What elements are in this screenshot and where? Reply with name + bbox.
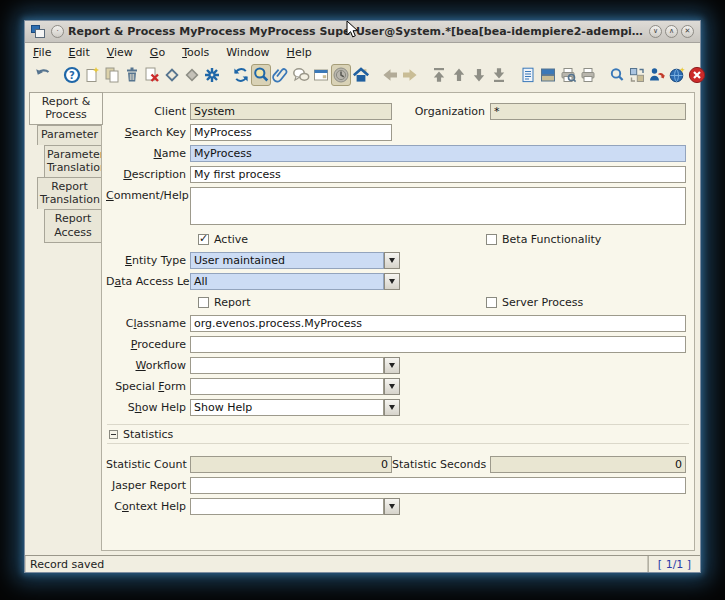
server-process-checkbox-group: Server Process xyxy=(486,296,583,309)
detail-view-icon[interactable] xyxy=(538,64,558,86)
show-help-label: Show Help xyxy=(106,401,186,414)
record-indicator[interactable]: [ 1/1 ] xyxy=(648,556,700,572)
show-help-dropdown-button[interactable] xyxy=(384,399,400,416)
close-button[interactable]: ✕ xyxy=(681,25,694,38)
tab-report-translation[interactable]: Report Translation xyxy=(37,177,102,209)
find-icon[interactable] xyxy=(251,64,271,86)
end-window-icon[interactable] xyxy=(687,64,707,86)
product-info-icon[interactable] xyxy=(647,64,667,86)
history-icon[interactable] xyxy=(331,64,351,86)
menu-window[interactable]: Window xyxy=(226,46,269,59)
statistics-separator-bottom xyxy=(107,443,689,444)
menu-file[interactable]: File xyxy=(33,46,51,59)
tab-parameter-translation[interactable]: Parameter Translation xyxy=(44,145,102,177)
entity-type-select[interactable]: User maintained xyxy=(190,252,400,269)
data-access-level-select[interactable]: All xyxy=(190,273,400,290)
home-icon[interactable] xyxy=(351,64,371,86)
check-requests-icon[interactable] xyxy=(627,64,647,86)
context-help-select[interactable] xyxy=(190,498,400,515)
collapse-icon[interactable] xyxy=(109,430,118,439)
tab-report-process[interactable]: Report & Process xyxy=(29,92,103,125)
beta-functionality-label: Beta Functionality xyxy=(502,233,601,246)
first-record-icon[interactable] xyxy=(429,64,449,86)
search-key-field[interactable] xyxy=(190,124,392,141)
forward-icon[interactable] xyxy=(400,64,420,86)
statistic-count-field[interactable] xyxy=(190,456,392,473)
workflow-dropdown-button[interactable] xyxy=(384,357,400,374)
back-icon[interactable] xyxy=(380,64,400,86)
delete-selection-icon[interactable] xyxy=(142,64,162,86)
menu-go[interactable]: Go xyxy=(150,46,165,59)
sticky-button[interactable]: · xyxy=(51,25,64,38)
entity-type-dropdown-button[interactable] xyxy=(384,252,400,269)
beta-functionality-checkbox[interactable] xyxy=(486,234,497,245)
statistic-seconds-field[interactable] xyxy=(490,456,686,473)
maximize-button[interactable]: ∧ xyxy=(665,25,678,38)
statistics-group-header[interactable]: Statistics xyxy=(109,428,694,441)
data-access-level-row: Data Access Level All xyxy=(106,273,694,290)
comment-help-field[interactable] xyxy=(190,187,686,225)
save-icon[interactable] xyxy=(162,64,182,86)
show-help-select[interactable]: Show Help xyxy=(190,399,400,416)
workflow-value xyxy=(190,357,384,374)
menu-help[interactable]: Help xyxy=(287,46,312,59)
workflow-icon[interactable] xyxy=(667,64,687,86)
requery-icon[interactable] xyxy=(231,64,251,86)
print-icon[interactable] xyxy=(578,64,598,86)
next-record-icon[interactable] xyxy=(469,64,489,86)
jasper-report-field[interactable] xyxy=(190,477,686,494)
description-field[interactable] xyxy=(190,166,686,183)
new-record-icon[interactable] xyxy=(82,64,102,86)
server-process-checkbox[interactable] xyxy=(486,297,497,308)
print-preview-icon[interactable] xyxy=(558,64,578,86)
preference-icon[interactable] xyxy=(202,64,222,86)
last-record-icon[interactable] xyxy=(489,64,509,86)
beta-checkbox-group: Beta Functionality xyxy=(486,233,601,246)
menu-view[interactable]: View xyxy=(107,46,133,59)
special-form-select[interactable] xyxy=(190,378,400,395)
statistics-row: Statistic Count Statistic Seconds xyxy=(106,456,694,473)
statistic-seconds-label: Statistic Seconds xyxy=(392,458,485,471)
menu-tools[interactable]: Tools xyxy=(182,46,209,59)
procedure-label: Procedure xyxy=(106,338,186,351)
chat-icon[interactable] xyxy=(291,64,311,86)
attachment-icon[interactable] xyxy=(271,64,291,86)
search-key-row: Search Key xyxy=(106,124,694,141)
classname-field[interactable] xyxy=(190,315,686,332)
workflow-select[interactable] xyxy=(190,357,400,374)
data-access-level-dropdown-button[interactable] xyxy=(384,273,400,290)
special-form-dropdown-button[interactable] xyxy=(384,378,400,395)
help-icon[interactable]: ? xyxy=(62,64,82,86)
copy-record-icon[interactable] xyxy=(102,64,122,86)
comment-help-row: Comment/Help xyxy=(106,187,694,225)
server-process-label: Server Process xyxy=(502,296,583,309)
data-access-level-label: Data Access Level xyxy=(106,275,186,288)
active-checkbox-group: Active xyxy=(190,233,486,246)
report-icon[interactable] xyxy=(518,64,538,86)
procedure-field[interactable] xyxy=(190,336,686,353)
chevron-down-icon xyxy=(389,504,395,509)
entity-type-label: Entity Type xyxy=(106,254,186,267)
undo-icon[interactable] xyxy=(33,64,53,86)
context-help-dropdown-button[interactable] xyxy=(384,498,400,515)
zoom-across-icon[interactable] xyxy=(607,64,627,86)
grid-toggle-icon[interactable] xyxy=(311,64,331,86)
search-key-label: Search Key xyxy=(106,126,186,139)
special-form-row: Special Form xyxy=(106,378,694,395)
previous-record-icon[interactable] xyxy=(449,64,469,86)
organization-field[interactable] xyxy=(490,103,686,120)
tab-parameter[interactable]: Parameter xyxy=(37,125,102,144)
menu-edit[interactable]: Edit xyxy=(68,46,89,59)
classname-row: Classname xyxy=(106,315,694,332)
client-field[interactable] xyxy=(190,103,392,120)
active-checkbox[interactable] xyxy=(198,234,209,245)
delete-record-icon[interactable] xyxy=(122,64,142,86)
report-checkbox[interactable] xyxy=(198,297,209,308)
svg-text:?: ? xyxy=(69,70,75,81)
shade-button[interactable]: ∨ xyxy=(649,25,662,38)
save-create-icon[interactable] xyxy=(182,64,202,86)
tab-report-access[interactable]: Report Access xyxy=(44,209,102,242)
title-bar[interactable]: · Report & Process MyProcess MyProcess S… xyxy=(25,21,700,43)
show-help-row: Show Help Show Help xyxy=(106,399,694,416)
name-field[interactable] xyxy=(190,145,686,162)
